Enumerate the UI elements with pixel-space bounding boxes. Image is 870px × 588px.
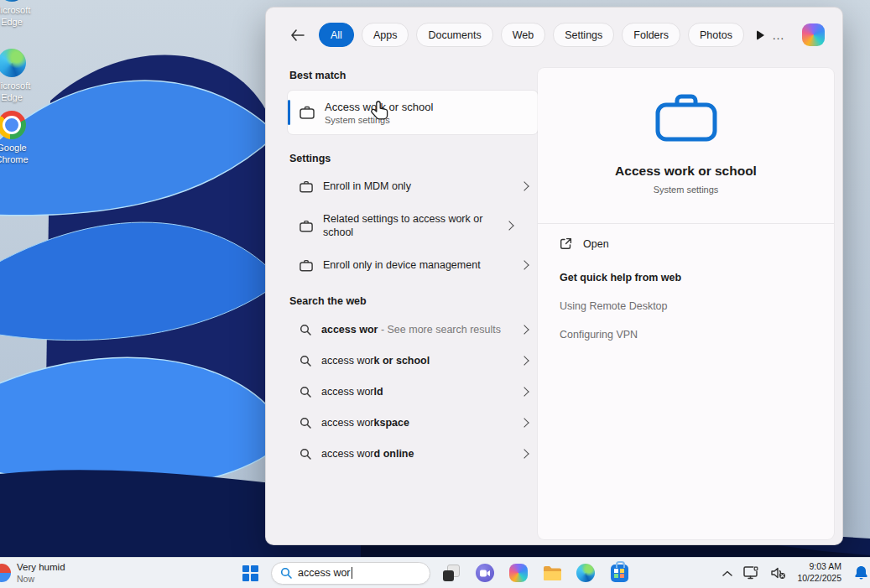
search-icon: [300, 386, 311, 398]
best-match-result[interactable]: Access work or school System settings: [288, 91, 538, 134]
task-view-icon: [443, 565, 460, 581]
best-match-header: Best match: [289, 70, 538, 81]
taskbar-search-box[interactable]: access wor: [271, 562, 430, 585]
help-link-remote-desktop[interactable]: Using Remote Desktop: [560, 300, 668, 312]
desktop-icon-chrome[interactable]: Google Chrome: [0, 111, 39, 166]
filter-tab-documents[interactable]: Documents: [416, 23, 492, 47]
taskbar-center: access wor: [237, 558, 632, 588]
weather-texts: Very humid Now: [17, 562, 65, 584]
filter-tab-settings[interactable]: Settings: [553, 23, 614, 47]
selection-accent-bar: [288, 100, 290, 125]
copilot-icon: [509, 564, 528, 582]
web-suggestion[interactable]: access workspace: [288, 407, 538, 438]
clock[interactable]: 9:03 AM 10/22/2025: [797, 561, 841, 584]
filter-tab-apps[interactable]: Apps: [362, 23, 409, 47]
help-link-vpn[interactable]: Configuring VPN: [560, 329, 638, 341]
chevron-right-icon: [519, 449, 529, 458]
start-button[interactable]: [237, 560, 263, 585]
clock-date: 10/22/2025: [797, 573, 841, 585]
chat-button[interactable]: [472, 560, 498, 585]
open-action[interactable]: Open: [560, 237, 609, 250]
suggestion-text: access workspace: [321, 417, 521, 429]
preview-title: Access work or school: [615, 164, 757, 179]
search-icon: [280, 567, 292, 579]
weather-condition: Very humid: [17, 562, 65, 574]
filter-tabs-row: All Apps Documents Web Settings Folders …: [266, 23, 842, 47]
file-explorer-button[interactable]: [539, 560, 565, 585]
preview-subtitle: System settings: [654, 185, 719, 195]
edge-icon: [0, 0, 26, 2]
more-filters-icon[interactable]: [757, 30, 764, 40]
suggestion-text: access word online: [321, 448, 521, 460]
desktop-icon-label: Microsoft Edge: [0, 81, 30, 104]
chevron-right-icon: [519, 260, 529, 269]
search-icon: [300, 324, 311, 336]
folder-icon: [543, 565, 562, 581]
search-icon: [300, 448, 311, 460]
filter-tab-web[interactable]: Web: [501, 23, 545, 47]
network-icon[interactable]: [743, 566, 759, 580]
search-flyout: All Apps Documents Web Settings Folders …: [265, 7, 843, 545]
chevron-right-icon: [519, 181, 529, 190]
copilot-button[interactable]: [506, 560, 531, 585]
text-caret: [352, 567, 352, 579]
web-suggestion[interactable]: access work or school: [288, 345, 538, 376]
desktop-icon-label: Google Chrome: [0, 143, 29, 166]
web-suggestion[interactable]: access word online: [288, 438, 538, 469]
volume-icon[interactable]: [770, 566, 786, 580]
desktop-icon-edge-2[interactable]: Microsoft Edge: [0, 49, 39, 104]
suggestion-text: access wor - See more search results: [321, 324, 521, 336]
clock-time: 9:03 AM: [797, 561, 841, 573]
copilot-icon[interactable]: [802, 23, 825, 46]
back-button[interactable]: [286, 24, 308, 46]
tray-chevron-up-icon[interactable]: [722, 570, 732, 576]
edge-button[interactable]: [573, 560, 598, 585]
settings-result-related[interactable]: Related settings to access work or schoo…: [288, 203, 538, 248]
options-ellipsis-button[interactable]: …: [772, 31, 785, 39]
quick-help-header: Get quick help from web: [560, 272, 681, 284]
notification-bell-icon[interactable]: [854, 565, 868, 580]
weather-widget[interactable]: Very humid Now: [0, 558, 65, 588]
open-label: Open: [583, 238, 609, 250]
suggestion-text: access work or school: [321, 355, 521, 367]
chevron-right-icon: [519, 356, 529, 365]
result-label: Related settings to access work or schoo…: [323, 212, 506, 240]
settings-result-enroll-mdm[interactable]: Enroll in MDM only: [288, 169, 538, 203]
search-icon: [300, 417, 311, 429]
settings-header: Settings: [289, 153, 538, 164]
desktop-icon-edge-1[interactable]: Microsoft Edge: [0, 0, 39, 29]
search-query-text: access wor: [298, 567, 351, 579]
chat-icon: [476, 564, 494, 582]
windows-logo-icon: [242, 565, 258, 581]
web-suggestion[interactable]: access world: [288, 376, 538, 407]
chrome-icon: [0, 111, 26, 139]
briefcase-large-icon: [654, 93, 718, 142]
best-match-title: Access work or school: [325, 101, 433, 113]
edge-icon: [576, 564, 595, 582]
task-view-button[interactable]: [439, 560, 464, 585]
chevron-right-icon: [519, 325, 529, 334]
store-button[interactable]: [607, 560, 632, 585]
weather-time: Now: [17, 574, 65, 585]
chevron-right-icon: [504, 221, 513, 230]
chevron-right-icon: [519, 387, 529, 396]
taskbar: Very humid Now access wor: [0, 557, 870, 588]
filter-tab-photos[interactable]: Photos: [688, 23, 744, 47]
briefcase-icon: [300, 220, 313, 232]
filter-tab-all[interactable]: All: [319, 23, 354, 47]
search-web-header: Search the web: [289, 295, 538, 307]
screen: { "colors": {"accent":"#0b6bd0","panel_b…: [0, 0, 870, 588]
best-match-texts: Access work or school System settings: [325, 101, 433, 125]
desktop-icon-label: Microsoft Edge: [0, 5, 30, 29]
web-suggestion[interactable]: access wor - See more search results: [288, 314, 538, 345]
results-column: Best match Access work or school System …: [288, 61, 538, 469]
filter-tab-folders[interactable]: Folders: [622, 23, 680, 47]
edge-icon: [0, 49, 26, 77]
settings-result-enroll-device[interactable]: Enroll only in device management: [288, 248, 538, 282]
preview-pane: Access work or school System settings Op…: [538, 68, 834, 539]
system-tray: 9:03 AM 10/22/2025: [722, 558, 870, 588]
best-match-subtitle: System settings: [325, 115, 433, 125]
suggestion-text: access world: [321, 386, 521, 398]
tabs-right-group: …: [772, 23, 825, 46]
weather-icon: [0, 564, 11, 582]
